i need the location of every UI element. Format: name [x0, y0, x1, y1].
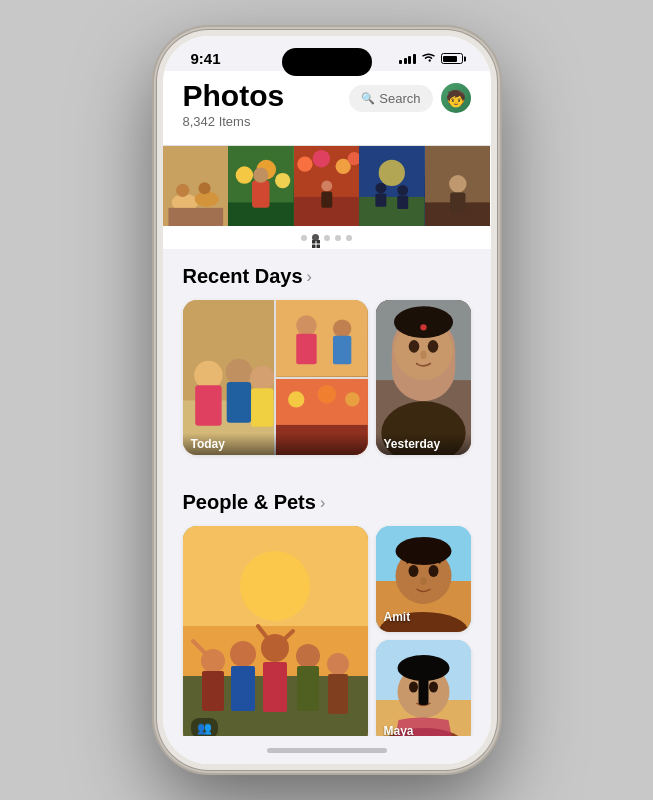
svg-rect-20 — [321, 191, 332, 207]
dynamic-island — [282, 48, 372, 76]
svg-point-12 — [253, 167, 268, 182]
today-photo-tr — [276, 300, 368, 377]
header-top: Photos 8,342 Items 🔍 Search 🧒 — [183, 79, 471, 129]
svg-point-14 — [297, 156, 312, 171]
signal-bar-2 — [404, 58, 407, 64]
svg-rect-44 — [276, 300, 368, 377]
svg-point-66 — [240, 551, 310, 621]
search-button[interactable]: 🔍 Search — [349, 85, 432, 112]
page-title: Photos — [183, 79, 285, 112]
page-dots — [163, 226, 491, 249]
svg-point-19 — [321, 181, 332, 192]
people-pets-chevron: › — [320, 494, 325, 512]
svg-point-15 — [312, 150, 329, 167]
svg-rect-76 — [297, 666, 319, 711]
svg-point-47 — [333, 319, 351, 337]
screen: 9:41 — [163, 36, 491, 764]
svg-point-92 — [409, 682, 418, 693]
svg-rect-41 — [226, 382, 250, 423]
search-label: Search — [379, 91, 420, 106]
svg-point-86 — [420, 577, 426, 585]
svg-rect-31 — [450, 193, 465, 213]
maya-card[interactable]: Maya — [376, 640, 471, 736]
svg-point-51 — [318, 385, 336, 403]
recent-days-title: Recent Days — [183, 265, 303, 288]
dot-4[interactable] — [335, 235, 341, 241]
svg-point-23 — [379, 160, 405, 186]
people-pets-title: People & Pets — [183, 491, 316, 514]
yesterday-label: Yesterday — [376, 433, 471, 455]
yesterday-card[interactable]: Yesterday — [376, 300, 471, 455]
strip-photo-1[interactable] — [163, 146, 229, 226]
svg-point-58 — [408, 340, 419, 353]
strip-photo-4[interactable] — [359, 146, 425, 226]
svg-rect-5 — [168, 208, 223, 226]
svg-point-72 — [327, 653, 349, 675]
svg-point-25 — [398, 185, 409, 196]
search-icon: 🔍 — [361, 92, 375, 105]
dot-5[interactable] — [346, 235, 352, 241]
svg-point-50 — [288, 391, 304, 407]
svg-rect-27 — [398, 196, 409, 209]
battery-icon — [441, 53, 463, 64]
wifi-icon — [421, 52, 436, 66]
svg-point-38 — [194, 361, 222, 389]
svg-point-59 — [427, 340, 438, 353]
avatar[interactable]: 🧒 — [441, 83, 471, 113]
svg-point-60 — [420, 351, 426, 359]
svg-point-24 — [376, 183, 387, 194]
today-label: Today — [183, 433, 368, 455]
people-large-card[interactable]: 👥 — [183, 526, 368, 736]
item-count: 8,342 Items — [183, 114, 285, 129]
photo-strip — [163, 146, 491, 226]
avatar-image: 🧒 — [446, 89, 466, 108]
people-small-stack: Amit — [376, 526, 471, 736]
status-icons — [399, 52, 463, 66]
svg-point-84 — [408, 565, 418, 577]
photos-header: Photos 8,342 Items 🔍 Search 🧒 — [163, 71, 491, 146]
header-actions: 🔍 Search 🧒 — [349, 83, 470, 113]
svg-point-9 — [275, 173, 290, 188]
recent-days-grid: Today — [163, 300, 491, 467]
maya-label: Maya — [384, 724, 414, 736]
dot-1[interactable] — [301, 235, 307, 241]
strip-photo-3[interactable] — [294, 146, 360, 226]
svg-point-93 — [429, 682, 438, 693]
strip-photo-5[interactable] — [425, 146, 491, 226]
svg-point-40 — [225, 359, 251, 385]
battery-fill — [443, 56, 457, 62]
recent-days-section: Recent Days › — [163, 249, 491, 475]
content-area: Recent Days › — [163, 249, 491, 736]
dot-3[interactable] — [324, 235, 330, 241]
svg-rect-33 — [317, 240, 321, 244]
svg-rect-34 — [312, 245, 316, 249]
svg-rect-74 — [231, 666, 255, 711]
people-pets-section: People & Pets › — [163, 475, 491, 736]
dot-2-grid[interactable] — [312, 234, 319, 241]
today-card[interactable]: Today — [183, 300, 368, 455]
svg-point-63 — [420, 324, 426, 330]
signal-bar-1 — [399, 60, 402, 64]
amit-label: Amit — [384, 610, 411, 624]
svg-point-61 — [393, 306, 452, 338]
signal-bars-icon — [399, 53, 416, 64]
svg-rect-22 — [359, 197, 425, 226]
home-bar — [267, 748, 387, 753]
signal-bar-3 — [408, 56, 411, 64]
recent-days-chevron: › — [307, 268, 312, 286]
group-badge: 👥 — [191, 718, 218, 736]
strip-photo-2[interactable] — [228, 146, 294, 226]
svg-point-4 — [198, 182, 210, 194]
today-photo-main — [183, 300, 275, 455]
phone-inner: 9:41 — [163, 36, 491, 764]
people-grid: 👥 — [163, 526, 491, 736]
svg-point-52 — [345, 392, 359, 406]
svg-point-3 — [176, 184, 189, 197]
home-indicator — [163, 736, 491, 764]
signal-bar-4 — [413, 54, 416, 64]
amit-card[interactable]: Amit — [376, 526, 471, 632]
svg-point-71 — [296, 644, 320, 668]
status-time: 9:41 — [191, 50, 221, 67]
phone-frame: 9:41 — [157, 30, 497, 770]
svg-point-7 — [236, 166, 253, 183]
